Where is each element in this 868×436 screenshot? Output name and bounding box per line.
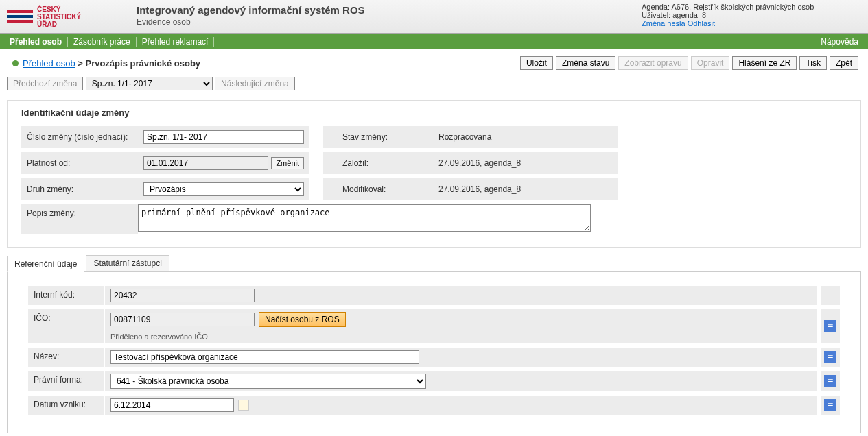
created-label: Založil:	[337, 152, 433, 178]
creation-date-label: Datum vzniku:	[28, 396, 104, 415]
ico-label: IČO:	[28, 309, 104, 343]
show-fix-button: Zobrazit opravu	[618, 56, 688, 70]
breadcrumb: Přehled osob > Prvozápis právnické osoby	[23, 58, 520, 69]
save-button[interactable]: Uložit	[520, 56, 553, 70]
tab-panel-ref: Interní kód: IČO: Načíst osobu z ROS Při…	[7, 271, 861, 433]
app-title: Integrovaný agendový informační systém R…	[137, 4, 622, 16]
type-label: Druh změny:	[21, 178, 138, 204]
breadcrumb-row: Přehled osob > Prvozápis právnické osoby…	[0, 49, 868, 74]
logo-bars-icon	[7, 8, 33, 25]
next-change-button[interactable]: Následující změna	[215, 77, 295, 90]
menu-prehled-osob[interactable]: Přehled osob	[4, 37, 68, 47]
print-button[interactable]: Tisk	[799, 56, 827, 70]
legal-form-label: Právní forma:	[28, 371, 104, 391]
zr-report-button[interactable]: Hlášení ze ZR	[732, 56, 797, 70]
desc-label: Popis změny:	[21, 204, 138, 234]
name-history-icon[interactable]	[824, 351, 836, 363]
logout-link[interactable]: Odhlásit	[688, 19, 715, 27]
modified-label: Modifikoval:	[337, 178, 433, 204]
ico-input	[110, 313, 255, 326]
user-info: Uživatel: agenda_8	[642, 11, 861, 19]
calendar-icon[interactable]	[238, 400, 249, 411]
bullet-icon	[12, 60, 19, 66]
ico-history-icon[interactable]	[824, 320, 836, 332]
internal-code-label: Interní kód:	[28, 286, 104, 305]
agenda-info: Agenda: A676, Rejstřík školských právnic…	[642, 3, 861, 11]
logo-text: ČESKÝ STATISTICKÝ ÚŘAD	[37, 5, 81, 28]
app-subtitle: Evidence osob	[137, 17, 622, 27]
legal-form-select[interactable]: 641 - Školská právnická osoba	[110, 374, 426, 389]
back-button[interactable]: Zpět	[830, 56, 858, 70]
desc-textarea[interactable]	[138, 204, 591, 232]
state-value: Rozpracovaná	[433, 126, 618, 152]
ico-note: Přiděleno a rezervováno IČO	[110, 332, 811, 341]
menu-help[interactable]: Nápověda	[815, 37, 864, 47]
type-select[interactable]: Prvozápis	[143, 182, 304, 196]
validfrom-input	[143, 156, 268, 170]
prev-change-button[interactable]: Předchozí změna	[7, 77, 83, 90]
internal-code-input	[110, 289, 255, 302]
breadcrumb-current: Prvozápis právnické osoby	[85, 58, 200, 69]
validfrom-change-button[interactable]: Změnit	[271, 157, 304, 169]
name-label: Název:	[28, 348, 104, 367]
menu-zasobnik-prace[interactable]: Zásobník práce	[68, 37, 137, 47]
change-password-link[interactable]: Změna hesla	[642, 19, 685, 27]
ident-title: Identifikační údaje změny	[21, 108, 847, 118]
tab-statutarni-zastupci[interactable]: Statutární zástupci	[86, 255, 169, 271]
tabs: Referenční údaje Statutární zástupci	[7, 255, 861, 271]
header-user-area: Agenda: A676, Rejstřík školských právnic…	[635, 0, 868, 33]
ident-section: Identifikační údaje změny Číslo změny (č…	[7, 100, 861, 248]
load-from-ros-button[interactable]: Načíst osobu z ROS	[259, 312, 346, 327]
change-select[interactable]: Sp.zn. 1/1- 2017	[86, 77, 213, 90]
modified-value: 27.09.2016, agenda_8	[433, 178, 618, 204]
state-change-button[interactable]: Změna stavu	[556, 56, 615, 70]
menubar: Přehled osob Zásobník práce Přehled rekl…	[0, 34, 868, 49]
validfrom-label: Platnost od:	[21, 152, 138, 178]
fix-button: Opravit	[691, 56, 730, 70]
change-number-label: Číslo změny (číslo jednací):	[21, 126, 138, 152]
form-history-icon[interactable]	[824, 375, 836, 387]
menu-prehled-reklamaci[interactable]: Přehled reklamací	[137, 37, 215, 47]
tab-referencni-udaje[interactable]: Referenční údaje	[7, 256, 84, 272]
app-header: ČESKÝ STATISTICKÝ ÚŘAD Integrovaný agend…	[0, 0, 868, 34]
change-nav-row: Předchozí změna Sp.zn. 1/1- 2017 Následu…	[0, 74, 868, 93]
change-number-input[interactable]	[143, 130, 304, 144]
toolbar: Uložit Změna stavu Zobrazit opravu Oprav…	[520, 56, 858, 70]
date-history-icon[interactable]	[824, 399, 836, 411]
name-input[interactable]	[110, 350, 419, 364]
header-title-area: Integrovaný agendový informační systém R…	[124, 0, 635, 33]
breadcrumb-link[interactable]: Přehled osob	[23, 58, 75, 69]
creation-date-input[interactable]	[110, 398, 234, 412]
created-value: 27.09.2016, agenda_8	[433, 152, 618, 178]
state-label: Stav změny:	[337, 126, 433, 152]
logo: ČESKÝ STATISTICKÝ ÚŘAD	[0, 0, 124, 33]
